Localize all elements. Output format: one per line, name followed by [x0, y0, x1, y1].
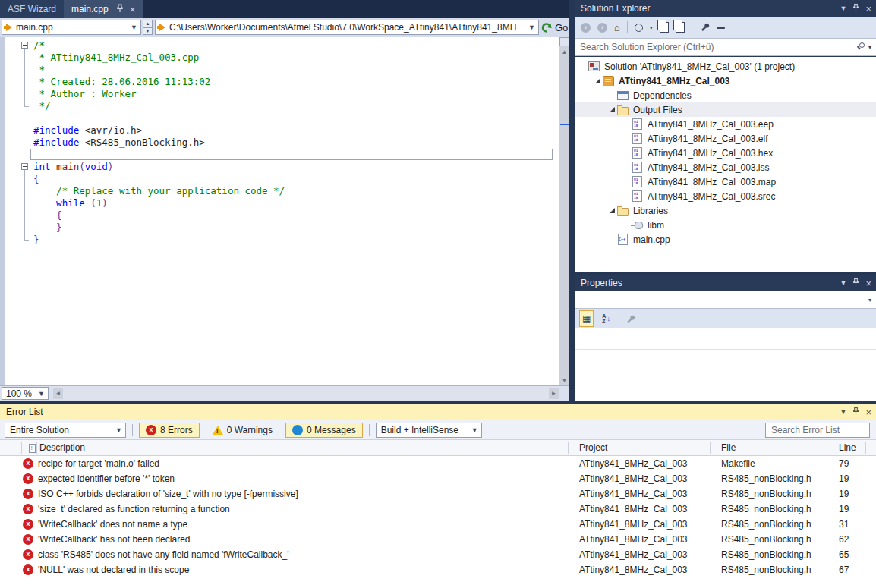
chevron-down-icon[interactable]: ▼ [35, 390, 48, 398]
document-tab-asf-wizard[interactable]: ASF Wizard [0, 0, 64, 18]
tree-item-libraries[interactable]: Libraries [575, 203, 876, 218]
source-filter-combobox[interactable]: Build + IntelliSense ▼ [376, 423, 482, 438]
close-icon[interactable]: × [865, 407, 871, 418]
search-icon[interactable] [856, 42, 866, 52]
scroll-left-icon[interactable]: ◄ [53, 388, 63, 399]
address-path-combobox[interactable]: C:\Users\Worker\Documents\Atmel Studio\7… [155, 20, 539, 35]
property-pages-wrench-icon[interactable] [625, 313, 635, 324]
column-header-line[interactable]: Line [839, 440, 856, 455]
properties-title-bar[interactable]: Properties ▼× [575, 275, 876, 291]
info-filter-button[interactable]: 0 Messages [285, 423, 363, 438]
tree-item-attiny841-8mhz-cal-003-lss[interactable]: ATtiny841_8MHz_Cal_003.lss [575, 160, 876, 175]
collapse-region-icon[interactable] [21, 163, 28, 170]
pin-icon[interactable] [852, 278, 859, 288]
pin-icon[interactable] [852, 407, 859, 417]
tree-item-attiny841-8mhz-cal-003-eep[interactable]: ATtiny841_8MHz_Cal_003.eep [575, 117, 876, 131]
warning-filter-button[interactable]: 0 Warnings [206, 423, 279, 438]
code-token: #include [33, 124, 79, 136]
document-tab-main-cpp[interactable]: main.cpp× [64, 0, 143, 18]
error-row[interactable]: 'WriteCallback' has not been declaredATt… [0, 532, 876, 547]
column-header-project[interactable]: Project [579, 440, 607, 455]
tree-item-attiny841-8mhz-cal-003-elf[interactable]: ATtiny841_8MHz_Cal_003.elf [575, 131, 876, 146]
window-position-icon[interactable]: ▼ [840, 5, 846, 12]
home-icon[interactable]: ⌂ [614, 23, 620, 33]
code-editor[interactable]: /* * ATtiny841_8MHz_Cal_003.cpp * * Crea… [0, 37, 569, 385]
expander-icon[interactable] [607, 208, 617, 213]
tree-item-attiny841-8mhz-cal-003[interactable]: ATtiny841_8MHz_Cal_003 [575, 74, 876, 88]
error-row[interactable]: recipe for target 'main.o' failedATtiny8… [0, 456, 876, 471]
code-line: * Created: 28.06.2016 11:13:02 [33, 76, 285, 88]
back-icon[interactable]: ‹ [581, 23, 591, 33]
close-icon[interactable]: × [130, 4, 136, 15]
tree-item-attiny841-8mhz-cal-003-srec[interactable]: ATtiny841_8MHz_Cal_003.srec [575, 189, 876, 203]
window-position-icon[interactable]: ▼ [840, 408, 846, 416]
tree-item-libm[interactable]: libm [575, 218, 876, 232]
forward-icon[interactable]: › [597, 23, 607, 33]
scroll-up-icon[interactable]: ▲ [559, 47, 569, 57]
tree-item-label: main.cpp [633, 234, 670, 245]
editor-horizontal-scrollbar[interactable]: ◄ ► [53, 388, 559, 399]
search-input[interactable] [766, 424, 876, 436]
column-header-description[interactable]: Description [39, 440, 85, 455]
chevron-down-icon[interactable]: ▾ [868, 297, 876, 303]
error-row[interactable]: expected identifier before '*' tokenATti… [0, 471, 876, 486]
spin-down-button[interactable]: ▼ [143, 27, 153, 35]
chevron-down-icon[interactable]: ▾ [868, 44, 876, 51]
chevron-down-icon[interactable]: ▼ [525, 24, 538, 31]
scroll-down-icon[interactable]: ▼ [559, 376, 569, 385]
search-input[interactable] [575, 41, 856, 53]
categorized-button[interactable]: ▦ [579, 310, 594, 327]
scope-filter-combobox[interactable]: Entire Solution ▼ [5, 423, 126, 438]
error-row[interactable]: 'WriteCallback' does not name a typeATti… [0, 517, 876, 532]
error-project: ATtiny841_8MHz_Cal_003 [579, 547, 688, 562]
editor-vertical-scrollbar[interactable]: ▲ ▼ [559, 37, 569, 385]
expander-icon[interactable] [592, 78, 603, 83]
tree-item-attiny841-8mhz-cal-003-hex[interactable]: ATtiny841_8MHz_Cal_003.hex [575, 146, 876, 160]
preview-selected-items-icon[interactable] [717, 27, 725, 29]
editor-zoom-combobox[interactable]: 100 % ▼ [2, 387, 49, 400]
spin-up-button[interactable]: ▲ [143, 20, 153, 27]
error-list-search-box[interactable]: ▾ [765, 423, 870, 438]
error-project: ATtiny841_8MHz_Cal_003 [579, 502, 688, 517]
alphabetical-sort-button[interactable]: A↓ [599, 310, 613, 327]
editor-splitter-handle[interactable] [559, 37, 569, 46]
file-scope-combobox[interactable]: main.cpp ▼ [2, 20, 141, 35]
filter-label: 8 Errors [160, 425, 193, 435]
collapse-region-icon[interactable] [21, 42, 28, 49]
tree-item-dependencies[interactable]: Dependencies [575, 88, 876, 102]
horizontal-scroll-thumb[interactable] [63, 388, 549, 399]
solution-explorer-search-box[interactable]: ▾ [575, 38, 876, 56]
tree-item-output-files[interactable]: Output Files [575, 102, 876, 117]
error-row[interactable]: 'size_t' declared as function returning … [0, 502, 876, 517]
tree-item-attiny841-8mhz-cal-003-map[interactable]: ATtiny841_8MHz_Cal_003.map [575, 175, 876, 189]
code-token: void [85, 161, 108, 172]
outline-guide [24, 170, 25, 240]
tree-item-solution-attiny841-8mhz-cal-00[interactable]: Solution 'ATtiny841_8MHz_Cal_003' (1 pro… [575, 59, 876, 74]
column-header-file[interactable]: File [721, 440, 736, 455]
history-icon[interactable] [635, 24, 643, 32]
error-list-title-bar[interactable]: Error List ▼× [0, 404, 876, 420]
severity-column-icon[interactable] [29, 444, 36, 453]
chevron-down-icon[interactable]: ▾ [650, 24, 653, 31]
collapse-all-icon[interactable] [676, 22, 685, 33]
tree-item-main-cpp[interactable]: main.cpp [575, 232, 876, 247]
error-row[interactable]: 'NULL' was not declared in this scopeATt… [0, 562, 876, 577]
pin-icon[interactable] [116, 4, 124, 15]
expander-icon[interactable] [607, 107, 617, 112]
properties-object-combobox[interactable]: ▾ [575, 291, 876, 309]
pin-icon[interactable] [852, 3, 859, 14]
error-filter-button[interactable]: 8 Errors [139, 423, 200, 438]
solution-explorer-title-bar[interactable]: Solution Explorer ▼× [575, 0, 876, 17]
error-row[interactable]: ISO C++ forbids declaration of 'size_t' … [0, 486, 876, 502]
chevron-down-icon[interactable]: ▼ [468, 426, 481, 434]
go-button[interactable]: Go [540, 20, 569, 36]
wrench-icon[interactable] [699, 21, 710, 34]
scroll-right-icon[interactable]: ► [549, 388, 559, 399]
close-icon[interactable]: × [865, 278, 871, 289]
sync-with-active-document-icon[interactable] [660, 22, 669, 33]
chevron-down-icon[interactable]: ▼ [128, 24, 140, 31]
chevron-down-icon[interactable]: ▼ [112, 426, 125, 434]
close-icon[interactable]: × [865, 3, 871, 14]
window-position-icon[interactable]: ▼ [840, 279, 846, 287]
error-row[interactable]: class 'RS485' does not have any field na… [0, 547, 876, 562]
